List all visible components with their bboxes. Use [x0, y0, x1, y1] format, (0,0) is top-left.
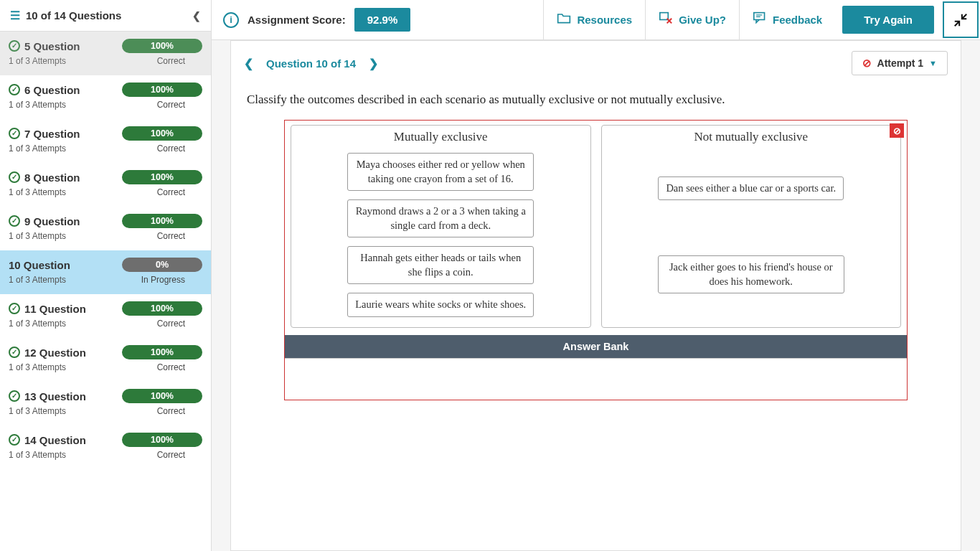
score-pill: 100% — [122, 345, 202, 359]
question-list-item[interactable]: ✓5 Question100%1 of 3 AttemptsCorrect — [0, 32, 211, 75]
resources-button[interactable]: Resources — [543, 0, 645, 39]
sidebar-header[interactable]: ☰ 10 of 14 Questions ❮ — [0, 0, 211, 32]
classification-area: ⊘ Mutually exclusive Maya chooses either… — [284, 120, 908, 400]
attempts-text: 1 of 3 Attempts — [9, 450, 66, 460]
question-list-item[interactable]: ✓11 Question100%1 of 3 AttemptsCorrect — [0, 294, 211, 338]
draggable-card[interactable]: Dan sees either a blue car or a sports c… — [658, 176, 844, 201]
question-name: 10 Question — [9, 259, 70, 271]
feedback-button[interactable]: Feedback — [739, 0, 835, 39]
status-text: Correct — [157, 187, 185, 197]
draggable-card[interactable]: Raymond draws a 2 or a 3 when taking a s… — [347, 199, 534, 237]
score-pill: 0% — [122, 258, 202, 272]
attempts-text: 1 of 3 Attempts — [9, 406, 66, 416]
score-badge: 92.9% — [354, 8, 411, 32]
svg-rect-3 — [754, 13, 765, 20]
draggable-card[interactable]: Laurie wears white socks or white shoes. — [347, 293, 534, 317]
question-card: ❮ Question 10 of 14 ❯ ⊘ Attempt 1 ▼ Clas… — [230, 40, 961, 551]
status-text: In Progress — [141, 275, 185, 285]
score-pill: 100% — [122, 126, 202, 141]
status-text: Correct — [157, 56, 185, 66]
try-again-label: Try Again — [864, 14, 913, 26]
feedback-icon — [753, 11, 767, 28]
attempts-text: 1 of 3 Attempts — [9, 362, 66, 372]
question-list-item[interactable]: ✓13 Question100%1 of 3 AttemptsCorrect — [0, 382, 211, 425]
question-list-item[interactable]: ✓8 Question100%1 of 3 AttemptsCorrect — [0, 163, 211, 207]
feedback-label: Feedback — [773, 14, 822, 26]
draggable-card[interactable]: Jack either goes to his friend's house o… — [658, 255, 844, 293]
question-name: 9 Question — [24, 215, 80, 227]
attempts-text: 1 of 3 Attempts — [9, 187, 66, 197]
check-icon: ✓ — [9, 434, 20, 446]
giveup-button[interactable]: Give Up? — [645, 0, 739, 39]
score-pill: 100% — [122, 39, 202, 53]
question-name: 6 Question — [24, 84, 80, 96]
next-question-arrow[interactable]: ❯ — [369, 57, 378, 70]
dropzone-not-mutually-exclusive[interactable]: Not mutually exclusive Dan sees either a… — [601, 125, 902, 328]
question-list[interactable]: ✓5 Question100%1 of 3 AttemptsCorrect✓6 … — [0, 32, 211, 551]
question-list-item[interactable]: ✓9 Question100%1 of 3 AttemptsCorrect — [0, 207, 211, 250]
prev-question-arrow[interactable]: ❮ — [244, 57, 253, 70]
status-text: Correct — [157, 231, 185, 241]
dropzone-mutually-exclusive[interactable]: Mutually exclusive Maya chooses either r… — [291, 125, 591, 328]
score-pill: 100% — [122, 433, 202, 447]
giveup-label: Give Up? — [679, 14, 726, 26]
question-name: 7 Question — [24, 128, 80, 140]
question-prompt: Classify the outcomes described in each … — [231, 85, 961, 120]
question-list-item[interactable]: ✓12 Question100%1 of 3 AttemptsCorrect — [0, 338, 211, 382]
check-icon: ✓ — [9, 84, 20, 95]
check-icon: ✓ — [9, 40, 20, 52]
attempts-text: 1 of 3 Attempts — [9, 100, 66, 110]
status-text: Correct — [157, 319, 185, 329]
answer-bank[interactable] — [285, 358, 907, 400]
attempt-label: Attempt 1 — [877, 57, 924, 69]
attempt-selector[interactable]: ⊘ Attempt 1 ▼ — [852, 51, 948, 75]
question-sidebar: ☰ 10 of 14 Questions ❮ ✓5 Question100%1 … — [0, 0, 212, 551]
answer-bank-header: Answer Bank — [285, 335, 907, 358]
draggable-card[interactable]: Hannah gets either heads or tails when s… — [347, 246, 534, 284]
question-name: 12 Question — [24, 347, 86, 359]
check-icon: ✓ — [9, 171, 20, 183]
info-icon[interactable]: i — [223, 12, 239, 28]
folder-icon — [557, 11, 571, 28]
question-nav: ❮ Question 10 of 14 ❯ ⊘ Attempt 1 ▼ — [231, 41, 961, 85]
question-name: 8 Question — [24, 171, 80, 184]
question-nav-title: Question 10 of 14 — [266, 57, 356, 70]
incorrect-badge-icon: ⊘ — [890, 123, 904, 138]
score-pill: 100% — [122, 214, 202, 228]
status-text: Correct — [157, 362, 185, 372]
question-name: 14 Question — [24, 434, 86, 446]
list-icon: ☰ — [10, 9, 20, 22]
attempts-text: 1 of 3 Attempts — [9, 231, 66, 241]
draggable-card[interactable]: Maya chooses either red or yellow when t… — [347, 153, 534, 191]
status-text: Correct — [157, 406, 185, 416]
question-list-item[interactable]: 10 Question0%1 of 3 AttemptsIn Progress — [0, 250, 211, 294]
resources-label: Resources — [577, 14, 632, 26]
question-list-item[interactable]: ✓6 Question100%1 of 3 AttemptsCorrect — [0, 75, 211, 119]
main-area: i Assignment Score: 92.9% Resources Give… — [212, 0, 980, 551]
status-text: Correct — [157, 450, 185, 460]
chevron-left-icon[interactable]: ❮ — [192, 10, 201, 22]
question-list-item[interactable]: ✓14 Question100%1 of 3 AttemptsCorrect — [0, 425, 211, 469]
attempts-text: 1 of 3 Attempts — [9, 143, 66, 154]
score-pill: 100% — [122, 389, 202, 403]
question-name: 11 Question — [24, 303, 86, 315]
sidebar-title: 10 of 14 Questions — [26, 9, 192, 22]
collapse-button[interactable] — [943, 1, 979, 38]
caret-down-icon: ▼ — [929, 59, 937, 67]
check-icon: ✓ — [9, 215, 20, 227]
question-list-item[interactable]: ✓7 Question100%1 of 3 AttemptsCorrect — [0, 119, 211, 163]
score-pill: 100% — [122, 301, 202, 316]
status-text: Correct — [157, 100, 185, 110]
score-pill: 100% — [122, 170, 202, 184]
question-name: 5 Question — [24, 40, 80, 52]
check-icon: ✓ — [9, 390, 20, 402]
dropzone-right-title: Not mutually exclusive — [602, 126, 901, 146]
status-text: Correct — [157, 143, 185, 154]
attempts-text: 1 of 3 Attempts — [9, 56, 66, 66]
check-icon: ✓ — [9, 303, 20, 314]
try-again-button[interactable]: Try Again — [842, 6, 934, 34]
collapse-icon — [953, 12, 969, 28]
incorrect-icon: ⊘ — [862, 57, 872, 70]
attempts-text: 1 of 3 Attempts — [9, 275, 66, 285]
top-toolbar: i Assignment Score: 92.9% Resources Give… — [212, 0, 980, 40]
